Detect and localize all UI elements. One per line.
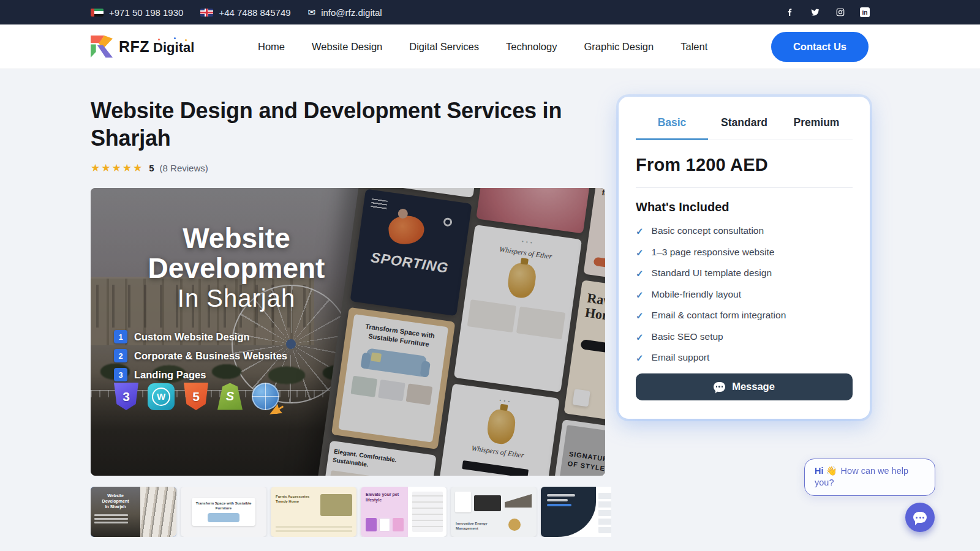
- gallery-thumbnails: Website DevelopmentIn Sharjah Transform …: [91, 487, 611, 537]
- price-from: From 1200 AED: [636, 155, 853, 175]
- chat-bubble-icon: [714, 382, 725, 392]
- main-navigation: RFZ Digital Home Website Design Digital …: [0, 24, 980, 69]
- tab-standard[interactable]: Standard: [708, 111, 780, 140]
- pricing-card: Basic Standard Premium From 1200 AED Wha…: [619, 97, 870, 419]
- linkedin-icon[interactable]: in: [860, 7, 870, 17]
- nav-item-home[interactable]: Home: [258, 41, 285, 53]
- chat-launcher-icon: [913, 512, 927, 523]
- tech-stack-icons: 3 W 5 S: [114, 383, 279, 410]
- rfz-logo-icon: [91, 36, 113, 58]
- top-contact-bar: +971 50 198 1930 +44 7488 845749 ✉ info@…: [0, 0, 980, 24]
- feature-item: ✓Email support: [636, 352, 853, 364]
- feature-item: ✓1–3 page responsive website: [636, 247, 853, 259]
- uk-flag-icon: [200, 9, 213, 17]
- nav-item-website-design[interactable]: Website Design: [312, 41, 382, 53]
- check-icon: ✓: [636, 310, 644, 322]
- thumbnail-pet-lifestyle[interactable]: Elevate your pet lifestyle: [361, 487, 447, 537]
- star-rating-icons: ★★★★★: [91, 162, 143, 174]
- brand-name-light: Digital: [153, 40, 194, 56]
- feature-item: ✓Mobile-friendly layout: [636, 289, 853, 301]
- hero-feature-2: 2 Corporate & Business Websites: [114, 349, 287, 362]
- wordpress-icon: W: [148, 383, 175, 410]
- page-title: Website Design and Development Services …: [91, 97, 599, 152]
- envelope-icon: ✉: [308, 7, 316, 18]
- included-title: What's Included: [636, 200, 853, 214]
- check-icon: ✓: [636, 247, 644, 259]
- divider: [636, 187, 853, 188]
- brand-logo[interactable]: RFZ Digital: [91, 36, 194, 58]
- chat-greeting-bubble[interactable]: Hi👋How can we help you?: [804, 459, 935, 496]
- chat-launcher-button[interactable]: [905, 503, 935, 532]
- check-icon: ✓: [636, 225, 644, 238]
- included-feature-list: ✓Basic concept consultation ✓1–3 page re…: [636, 225, 853, 364]
- nav-item-talent[interactable]: Talent: [680, 41, 707, 53]
- check-icon: ✓: [636, 268, 644, 280]
- uae-flag-icon: [91, 9, 104, 17]
- thumbnail-sustainable-furniture[interactable]: Transform Space with Sustaible Furniture: [181, 487, 266, 537]
- hero-feature-3: 3 Landing Pages: [114, 368, 287, 381]
- phone-uk-number: +44 7488 845749: [219, 7, 290, 18]
- feature-item: ✓Standard UI template design: [636, 268, 853, 280]
- contact-us-button[interactable]: Contact Us: [771, 32, 869, 62]
- hero-overlay-title: Website Development In Sharjah: [126, 223, 347, 312]
- service-gallery-section: Website Design and Development Services …: [91, 97, 605, 537]
- feature-item: ✓Email & contact form integration: [636, 310, 853, 322]
- nav-item-graphic-design[interactable]: Graphic Design: [584, 41, 654, 53]
- email-address: info@rfz.digital: [321, 7, 382, 18]
- nav-item-digital-services[interactable]: Digital Services: [409, 41, 479, 53]
- check-icon: ✓: [636, 289, 644, 301]
- pricing-tabs: Basic Standard Premium: [636, 111, 853, 140]
- rating-row: ★★★★★ 5 (8 Reviews): [91, 162, 605, 174]
- thumbnail-website-development-sharjah[interactable]: Website DevelopmentIn Sharjah: [91, 487, 176, 537]
- facebook-icon[interactable]: [785, 7, 795, 18]
- email-link[interactable]: ✉ info@rfz.digital: [308, 7, 382, 18]
- tab-basic[interactable]: Basic: [636, 111, 708, 140]
- nav-item-technology[interactable]: Technology: [506, 41, 557, 53]
- tab-premium[interactable]: Premium: [780, 111, 853, 140]
- hero-slide-image[interactable]: SPORTING Transform Space with Sustaible …: [91, 188, 605, 476]
- message-button[interactable]: Message: [636, 373, 853, 400]
- feature-item: ✓Basic concept consultation: [636, 225, 853, 238]
- hero-feature-list: 1 Custom Website Design 2 Corporate & Bu…: [114, 330, 287, 381]
- brand-name-bold: RFZ: [119, 38, 149, 56]
- phone-uae-link[interactable]: +971 50 198 1930: [91, 7, 183, 18]
- css3-icon: 3: [114, 383, 138, 410]
- nav-menu: Home Website Design Digital Services Tec…: [194, 41, 771, 53]
- twitter-icon[interactable]: [810, 7, 820, 18]
- thumbnail-energy-management[interactable]: Innovative Energy Management: [451, 487, 537, 537]
- web-globe-cursor-icon: [252, 383, 279, 410]
- phone-uae-number: +971 50 198 1930: [109, 7, 183, 18]
- chat-greeting-hi: Hi: [815, 466, 824, 476]
- hero-feature-1: 1 Custom Website Design: [114, 330, 287, 343]
- rating-value: 5: [149, 163, 154, 173]
- phone-uk-link[interactable]: +44 7488 845749: [200, 7, 290, 18]
- instagram-icon[interactable]: [835, 7, 845, 18]
- reviews-count: (8 Reviews): [160, 163, 208, 173]
- feature-item: ✓Basic SEO setup: [636, 331, 853, 343]
- wave-emoji: 👋: [826, 466, 837, 476]
- thumbnail-corporate-dark[interactable]: [541, 487, 611, 537]
- html5-icon: 5: [184, 383, 208, 410]
- thumbnail-furnis-accessories[interactable]: Furnis Accessories Trendy Home: [271, 487, 356, 537]
- shopify-icon: S: [217, 383, 243, 410]
- check-icon: ✓: [636, 331, 644, 343]
- check-icon: ✓: [636, 352, 644, 364]
